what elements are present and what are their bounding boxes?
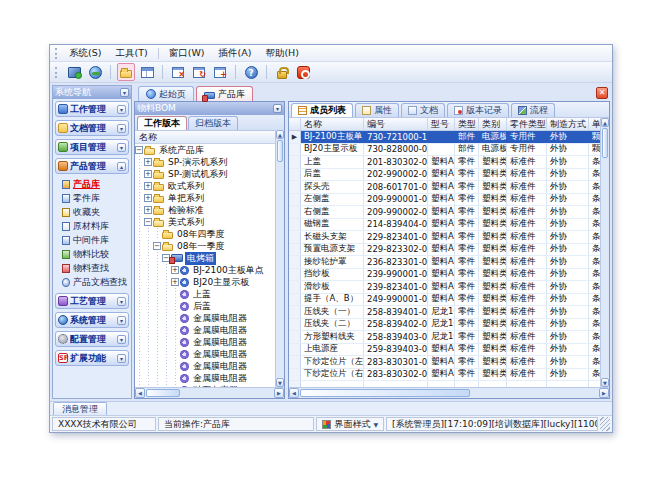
- expander-icon[interactable]: −: [144, 218, 152, 226]
- grid-vertical-scrollbar[interactable]: ▲ ▼: [600, 118, 609, 387]
- scroll-right-icon[interactable]: ▶: [274, 388, 284, 398]
- expander-icon[interactable]: +: [144, 170, 152, 178]
- tree-node[interactable]: −08年一季度: [135, 240, 275, 252]
- column-header-type[interactable]: 类型: [455, 118, 479, 130]
- menu-tools[interactable]: 工具(T): [108, 46, 154, 61]
- table-row[interactable]: 压线夹（一）258-839401-00X尼龙1010零件塑料类标准件外协条: [289, 306, 600, 319]
- column-header-part_type[interactable]: 零件类型: [507, 118, 547, 130]
- tree-node[interactable]: −系统产品库: [135, 144, 275, 156]
- table-row[interactable]: 右侧盖209-990002-01X塑料ABS零件塑料类标准件外协条: [289, 206, 600, 219]
- tree-node[interactable]: 后盖: [135, 300, 275, 312]
- tree-node[interactable]: 金属膜电阻器: [135, 360, 275, 372]
- sidebar-group-4[interactable]: 工艺管理▾: [55, 293, 129, 309]
- tree-node[interactable]: −美式系列: [135, 216, 275, 228]
- table-row[interactable]: 提手（A、B）249-990001-01X塑料ABS零件塑料类标准件外协条: [289, 294, 600, 307]
- column-header-make[interactable]: 制造方式: [547, 118, 589, 130]
- column-header-model[interactable]: 型号: [428, 118, 455, 130]
- scroll-up-icon[interactable]: ▲: [276, 130, 284, 139]
- members-tab-1[interactable]: 属性: [355, 103, 399, 117]
- sidebar-item-7[interactable]: 产品文档查找: [62, 276, 129, 288]
- document-tab-1[interactable]: 产品库: [196, 86, 253, 101]
- scroll-left-icon[interactable]: ◀: [135, 388, 145, 398]
- table-row[interactable]: 上盖201-830302-00X塑料ABS零件塑料类标准件外协条: [289, 156, 600, 169]
- table-row[interactable]: 滑纱板239-823401-00X塑料ABS零件塑料类标准件外协条: [289, 281, 600, 294]
- sidebar-group-1[interactable]: 文档管理▾: [55, 120, 129, 136]
- tree-node[interactable]: +单把系列: [135, 192, 275, 204]
- table-row[interactable]: 方形塑料线夹258-839403-00X尼龙1010零件塑料类标准件外协条: [289, 331, 600, 344]
- table-row[interactable]: 下纱定位片（右）283-830302-00X塑料ABS零件塑料类标准件外协条: [289, 369, 600, 382]
- folder-view-button[interactable]: [117, 63, 135, 81]
- tree-node[interactable]: +检验标准: [135, 204, 275, 216]
- version-tab-1[interactable]: 归档版本: [188, 116, 238, 130]
- help-button[interactable]: [242, 63, 260, 81]
- expander-icon[interactable]: −: [135, 146, 143, 154]
- members-tab-0[interactable]: 成员列表: [291, 103, 353, 117]
- sidebar-item-5[interactable]: 物料比较: [62, 248, 129, 260]
- tree-node[interactable]: +SP-演示机系列: [135, 156, 275, 168]
- sidebar-item-6[interactable]: 物料查找: [62, 262, 129, 274]
- menu-system[interactable]: 系统(S): [62, 46, 108, 61]
- tree-node[interactable]: 金属膜电阻器: [135, 372, 275, 384]
- scrollbar-thumb[interactable]: [602, 128, 608, 158]
- scrollbar-thumb[interactable]: [300, 389, 470, 397]
- menu-help[interactable]: 帮助(H): [258, 46, 306, 61]
- sidebar-item-0[interactable]: 产品库: [62, 178, 129, 190]
- tree-node[interactable]: 金属膜电阻器: [135, 336, 275, 348]
- table-row[interactable]: 上电源座259-839403-00X塑料ABS零件塑料类标准件外协条: [289, 344, 600, 357]
- table-row[interactable]: 长磁头支架229-823401-00X塑料ABS零件塑料类标准件外协条: [289, 231, 600, 244]
- table-row[interactable]: BJ20主显示板730-828000-04X部件电源板专用件外协颗: [289, 144, 600, 157]
- chevron-down-icon[interactable]: ▾: [117, 124, 126, 133]
- sidebar-menu-button[interactable]: ▾: [120, 88, 129, 97]
- column-header-name[interactable]: 名称: [301, 118, 364, 130]
- sidebar-group-2[interactable]: 项目管理▾: [55, 139, 129, 155]
- menu-plugins[interactable]: 插件(A): [211, 46, 258, 61]
- table-row[interactable]: 后盖202-990002-01X塑料ABS零件塑料类标准件外协条: [289, 169, 600, 182]
- chevron-up-icon[interactable]: ▴: [117, 162, 126, 171]
- sidebar-item-1[interactable]: 零件库: [62, 192, 129, 204]
- close-tab-button[interactable]: ✕: [596, 87, 608, 99]
- scroll-down-icon[interactable]: ▼: [276, 378, 284, 387]
- tree-horizontal-scrollbar[interactable]: ◀ ▶: [135, 387, 284, 398]
- chevron-down-icon[interactable]: ▾: [117, 105, 126, 114]
- sidebar-item-4[interactable]: 中间件库: [62, 234, 129, 246]
- chevron-down-icon[interactable]: ▾: [117, 297, 126, 306]
- tree-node[interactable]: 08年四季度: [135, 228, 275, 240]
- members-tab-4[interactable]: 流程: [511, 103, 555, 117]
- desktop-button[interactable]: [65, 63, 83, 81]
- tree-node[interactable]: −电烤箱: [135, 252, 275, 264]
- table-row[interactable]: 压线夹（二）258-839402-00X尼龙1010零件塑料类标准件外协条: [289, 319, 600, 332]
- scrollbar-track[interactable]: [276, 163, 284, 378]
- expander-icon[interactable]: +: [171, 278, 179, 286]
- lock-button[interactable]: [273, 63, 291, 81]
- expander-icon[interactable]: +: [171, 266, 179, 274]
- expander-icon[interactable]: +: [144, 206, 152, 214]
- tree-node[interactable]: +欧式系列: [135, 180, 275, 192]
- sidebar-group-0[interactable]: 工作管理▾: [55, 101, 129, 117]
- sidebar-group-3[interactable]: 产品管理▴: [55, 158, 129, 174]
- tree-node[interactable]: 金属膜电阻器: [135, 324, 275, 336]
- drag-grip[interactable]: [55, 67, 58, 78]
- refresh-window-button[interactable]: [190, 63, 208, 81]
- grid-horizontal-scrollbar[interactable]: ◀ ▶: [289, 387, 609, 398]
- exit-button[interactable]: [294, 63, 312, 81]
- expander-icon[interactable]: +: [144, 182, 152, 190]
- chevron-down-icon[interactable]: ▾: [117, 143, 126, 152]
- scroll-down-icon[interactable]: ▼: [601, 378, 609, 387]
- menu-window[interactable]: 窗口(W): [162, 46, 212, 61]
- message-manager-tab[interactable]: 消息管理: [53, 402, 107, 415]
- table-row[interactable]: ▶BJ-2100主板单点730-721000-12X部件电源板专用件外协颗: [289, 131, 600, 144]
- layout-button[interactable]: [138, 63, 156, 81]
- members-tab-3[interactable]: 版本记录: [447, 103, 509, 117]
- table-row[interactable]: 接纱轮护罩236-823301-00X塑料ABS零件塑料类标准件外协条: [289, 256, 600, 269]
- chevron-down-icon[interactable]: ▾: [117, 335, 126, 344]
- column-header-unit[interactable]: 单位: [589, 118, 600, 130]
- drag-grip[interactable]: [55, 48, 58, 59]
- tree-vertical-scrollbar[interactable]: ▲ ▼: [275, 130, 284, 387]
- table-row[interactable]: 预置电源支架229-823302-00X塑料ABS零件塑料类标准件外协条: [289, 244, 600, 257]
- tree-node[interactable]: 金属膜电阻器: [135, 348, 275, 360]
- table-row[interactable]: 挡纱板239-990001-01X塑料ABS零件塑料类标准件外协条: [289, 269, 600, 282]
- bom-panel-menu-button[interactable]: ▾: [273, 104, 282, 113]
- tree-node[interactable]: 上盖: [135, 288, 275, 300]
- tree-node[interactable]: 金属膜电阻器: [135, 312, 275, 324]
- members-tab-2[interactable]: 文档: [401, 103, 445, 117]
